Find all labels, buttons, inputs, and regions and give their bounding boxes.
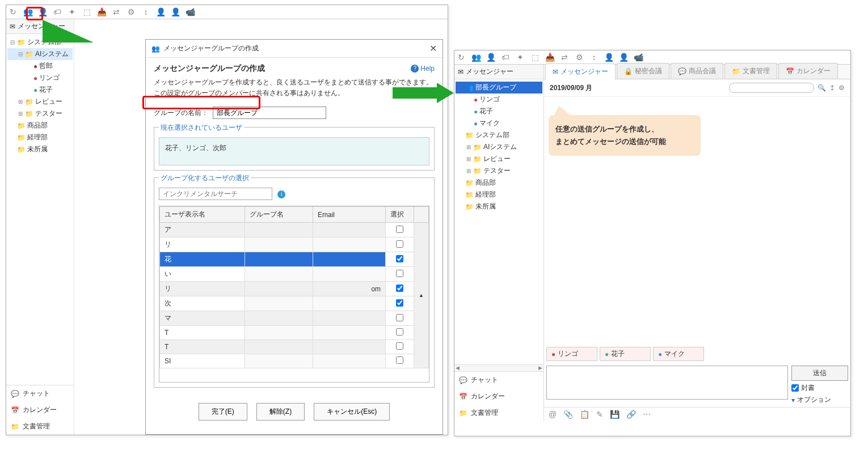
tree-item[interactable]: 📁システム部 (456, 129, 542, 141)
tree-item[interactable]: ●花子 (7, 84, 73, 96)
row-checkbox[interactable] (396, 270, 403, 277)
main-tab[interactable]: 📁文書管理 (724, 63, 777, 79)
cell-select[interactable] (386, 223, 414, 237)
row-checkbox[interactable] (396, 299, 403, 307)
gear-icon[interactable]: ⚙ (127, 7, 136, 16)
attachment-icon[interactable]: 📎 (563, 410, 573, 419)
sidebar-bottom-tab[interactable]: 📅カレンダー (6, 402, 74, 418)
cell-select[interactable] (386, 326, 414, 340)
clipboard-icon[interactable]: 📋 (580, 410, 589, 419)
main-tab[interactable]: ✉メッセンジャー (545, 63, 616, 79)
save-icon[interactable]: 💾 (610, 410, 620, 419)
tree-item[interactable]: 📁商品部 (7, 120, 73, 131)
camera-icon[interactable]: 📹 (634, 53, 643, 62)
tree-item[interactable]: 📁未所属 (456, 201, 542, 213)
row-checkbox[interactable] (396, 342, 403, 350)
tag-icon[interactable]: 🏷 (53, 7, 62, 16)
star-icon[interactable]: ✦ (68, 7, 77, 16)
row-checkbox[interactable] (396, 285, 403, 292)
settings-icon[interactable]: ⚙ (838, 84, 845, 92)
tree-item[interactable]: ⊞📁テスター (456, 165, 542, 177)
compose-textarea[interactable] (546, 366, 788, 400)
refresh-icon[interactable]: ↻ (457, 53, 466, 62)
sealed-checkbox-row[interactable]: 封書 (791, 383, 848, 393)
cell-select[interactable] (386, 237, 414, 252)
tree-expander-icon[interactable]: ⊞ (466, 168, 471, 174)
person-icon[interactable]: 👤 (604, 53, 613, 62)
tree-item[interactable]: ⊞📁テスター (7, 108, 73, 120)
col-select[interactable]: 選択 (386, 207, 414, 223)
tree-expander-icon[interactable]: ⊟ (18, 51, 23, 57)
send-button[interactable]: 送信 (791, 366, 848, 381)
up-arrow-icon[interactable]: ↥ (829, 84, 835, 92)
sidebar-bottom-tab[interactable]: 📁文書管理 (454, 405, 543, 421)
table-row[interactable]: リ om (160, 282, 429, 296)
row-checkbox[interactable] (396, 240, 403, 248)
tree-expander-icon[interactable]: ⊞ (466, 144, 471, 150)
swap-icon[interactable]: ⇄ (112, 7, 121, 16)
done-button[interactable]: 完了(E) (199, 403, 247, 421)
tree-item[interactable]: ⊞📁レビュー (456, 153, 542, 165)
recipient-chip[interactable]: ●マイク (653, 347, 704, 361)
table-row[interactable]: 次 (160, 296, 429, 311)
table-row[interactable]: い (160, 267, 429, 282)
user-remove-icon[interactable]: 👤 (486, 53, 495, 62)
row-checkbox[interactable] (396, 328, 403, 336)
cell-select[interactable] (386, 340, 414, 354)
help-link[interactable]: ? Help (411, 65, 435, 73)
search-input[interactable] (729, 83, 814, 93)
sidebar-hscrollbar[interactable] (454, 364, 543, 371)
refresh-icon[interactable]: ↻ (9, 7, 18, 16)
cell-select[interactable] (386, 296, 414, 311)
main-tab[interactable]: 💬商品会議 (671, 63, 723, 79)
main-tab[interactable]: 🔒秘密会議 (617, 63, 669, 79)
row-checkbox[interactable] (396, 356, 403, 364)
person-dot-icon[interactable]: 👤 (171, 7, 180, 16)
sidebar-bottom-tab[interactable]: 💬チャット (454, 372, 543, 388)
swap-icon[interactable]: ⇄ (560, 53, 569, 62)
tree-item[interactable]: 📁経理部 (7, 131, 73, 143)
tree-item[interactable]: ●花子 (456, 105, 542, 117)
close-icon[interactable]: ✕ (429, 43, 437, 54)
camera-icon[interactable]: 📹 (186, 7, 195, 16)
sidebar-bottom-tab[interactable]: 💬チャット (6, 385, 74, 402)
tree-item[interactable]: 👥部長グループ (456, 82, 542, 94)
tree-expander-icon[interactable]: ⊞ (18, 99, 23, 105)
edit-icon[interactable]: ✎ (596, 410, 603, 419)
table-row[interactable]: リ (160, 237, 429, 252)
tree-item[interactable]: ⊞📁レビュー (7, 96, 73, 108)
tree-expander-icon[interactable]: ⊟ (10, 39, 15, 45)
table-row[interactable]: SI (160, 354, 429, 368)
tree-item[interactable]: 📁経理部 (456, 189, 542, 201)
cell-select[interactable] (386, 267, 414, 282)
tree-expander-icon[interactable]: ⊞ (466, 156, 471, 162)
cell-select[interactable] (386, 354, 414, 368)
col-username[interactable]: ユーザ表示名 (160, 207, 245, 223)
link-icon[interactable]: 🔗 (626, 410, 636, 419)
at-icon[interactable]: @ (549, 410, 557, 419)
left-tree[interactable]: ⊟📁システム部⊟📁AIシステム●哲郎●リンゴ●花子⊞📁レビュー⊞📁テスター📁商品… (6, 34, 74, 385)
table-row[interactable]: T (160, 326, 429, 340)
info-icon[interactable]: i (277, 190, 285, 198)
marquee-icon[interactable]: ⬚ (82, 7, 91, 16)
search-icon[interactable]: 🔍 (818, 84, 826, 92)
cell-select[interactable] (386, 282, 414, 296)
main-tab[interactable]: 📅カレンダー (778, 63, 838, 79)
tree-item[interactable]: ●リンゴ (7, 72, 73, 84)
table-row[interactable]: マ (160, 311, 429, 326)
tree-item[interactable]: ●哲郎 (7, 60, 73, 72)
sort-icon[interactable]: ↕ (141, 7, 150, 16)
tree-item[interactable]: ⊟📁AIシステム (7, 48, 73, 60)
tree-item[interactable]: 📁未所属 (7, 143, 73, 155)
tree-item[interactable]: ⊞📁AIシステム (456, 141, 542, 153)
tree-item[interactable]: 📁商品部 (456, 177, 542, 189)
cell-select[interactable] (386, 311, 414, 326)
col-groupname[interactable]: グループ名 (245, 207, 313, 223)
options-dropdown[interactable]: ▾ オプション (791, 395, 848, 405)
incremental-search-input[interactable] (159, 188, 272, 200)
clear-button[interactable]: 解除(Z) (256, 403, 305, 421)
recipient-chip[interactable]: ●花子 (600, 347, 651, 361)
table-row[interactable]: ア ▲ (160, 223, 429, 237)
row-checkbox[interactable] (396, 226, 403, 233)
sealed-checkbox[interactable] (791, 384, 799, 392)
